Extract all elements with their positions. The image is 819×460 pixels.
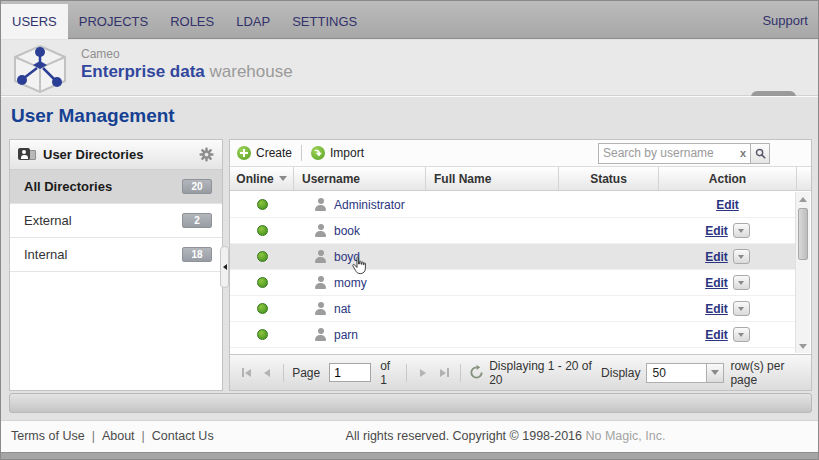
table-row[interactable]: Administrator Edit <box>230 192 796 218</box>
username-link[interactable]: book <box>334 224 360 238</box>
row-actions-menu-button[interactable] <box>733 249 750 264</box>
last-page-button[interactable] <box>436 364 452 382</box>
online-status-dot <box>257 303 268 314</box>
username-link[interactable]: boyd <box>334 250 360 264</box>
refresh-icon <box>469 365 484 380</box>
users-table-panel: Create Import x <box>229 139 812 391</box>
username-link[interactable]: parn <box>334 328 358 342</box>
user-icon <box>314 198 327 211</box>
sidebar-item-external[interactable]: External 2 <box>10 204 222 238</box>
column-header-username[interactable]: Username <box>294 167 426 190</box>
gear-icon[interactable] <box>199 147 214 162</box>
sort-menu-icon <box>279 176 287 181</box>
import-button-label: Import <box>330 146 364 160</box>
page-label: Page <box>292 366 320 380</box>
edit-link[interactable]: Edit <box>705 276 728 290</box>
import-button[interactable]: Import <box>311 146 364 160</box>
row-actions-menu-button[interactable] <box>733 223 750 238</box>
column-header-action[interactable]: Action <box>659 167 797 190</box>
terms-of-use-link[interactable]: Terms of Use <box>11 429 85 443</box>
tab-users[interactable]: USERS <box>1 4 68 39</box>
scroll-down-button[interactable] <box>796 339 810 353</box>
username-search-input[interactable] <box>599 146 736 160</box>
app-window: USERS PROJECTS ROLES LDAP SETTINGS Suppo… <box>0 0 819 460</box>
edit-link[interactable]: Edit <box>716 198 739 212</box>
user-directories-header: User Directories <box>10 140 222 170</box>
username-link[interactable]: momy <box>334 276 367 290</box>
create-button-label: Create <box>256 146 292 160</box>
chevron-down-icon <box>738 307 744 311</box>
username-link[interactable]: nat <box>334 302 351 316</box>
user-icon <box>314 224 327 237</box>
submit-search-button[interactable] <box>750 144 769 163</box>
user-icon <box>314 302 327 315</box>
contact-us-link[interactable]: Contact Us <box>152 429 214 443</box>
chevron-down-icon <box>738 281 744 285</box>
sidebar-item-internal[interactable]: Internal 18 <box>10 238 222 272</box>
chevron-down-icon <box>738 333 744 337</box>
online-status-dot <box>257 199 268 210</box>
edit-link[interactable]: Edit <box>705 224 728 238</box>
count-badge: 2 <box>182 213 212 228</box>
table-row[interactable]: parn Edit <box>230 322 796 348</box>
column-header-online[interactable]: Online <box>230 167 294 190</box>
rows-per-page-value: 50 <box>647 364 706 382</box>
table-body: Administrator Edit book Edit boyd Edit <box>230 192 796 348</box>
display-label: Display <box>601 366 640 380</box>
online-status-dot <box>257 251 268 262</box>
row-actions-menu-button[interactable] <box>733 275 750 290</box>
edit-link[interactable]: Edit <box>705 328 728 342</box>
user-icon <box>314 276 327 289</box>
row-actions-menu-button[interactable] <box>733 327 750 342</box>
brand-bar: Cameo Enterprise data warehouse <box>1 40 818 96</box>
table-row[interactable]: boyd Edit <box>230 244 796 270</box>
page-number-input[interactable] <box>329 363 371 382</box>
tab-projects[interactable]: PROJECTS <box>68 4 159 39</box>
first-page-button[interactable] <box>238 364 254 382</box>
refresh-button[interactable] <box>469 365 484 380</box>
create-button[interactable]: Create <box>237 146 292 160</box>
chevron-down-icon <box>711 370 719 375</box>
support-link[interactable]: Support <box>762 1 808 39</box>
clear-search-icon[interactable]: x <box>736 147 750 159</box>
bottom-panel-bar[interactable] <box>9 393 812 413</box>
table-row[interactable]: nat Edit <box>230 296 796 322</box>
collapse-left-icon <box>223 264 227 270</box>
brand-wordmark: Cameo Enterprise data warehouse <box>81 48 293 81</box>
sidebar-item-all-directories[interactable]: All Directories 20 <box>10 170 222 204</box>
column-header-fullname[interactable]: Full Name <box>426 167 559 190</box>
cameo-logo-icon <box>9 44 71 94</box>
tab-settings[interactable]: SETTINGS <box>281 4 368 39</box>
chevron-down-icon <box>738 255 744 259</box>
tab-ldap[interactable]: LDAP <box>225 4 281 39</box>
about-link[interactable]: About <box>102 429 135 443</box>
table-toolbar: Create Import x <box>230 140 811 167</box>
prev-page-button[interactable] <box>259 364 275 382</box>
select-arrow-button[interactable] <box>706 364 723 382</box>
edit-link[interactable]: Edit <box>705 302 728 316</box>
tab-roles[interactable]: ROLES <box>159 4 225 39</box>
rows-per-page-select[interactable]: 50 <box>646 363 724 383</box>
online-status-dot <box>257 329 268 340</box>
row-actions-menu-button[interactable] <box>733 301 750 316</box>
table-row[interactable]: book Edit <box>230 218 796 244</box>
next-page-button[interactable] <box>415 364 431 382</box>
import-arrow-icon <box>311 146 325 160</box>
user-icon <box>314 328 327 341</box>
create-plus-icon <box>237 146 251 160</box>
username-link[interactable]: Administrator <box>334 198 405 212</box>
table-row[interactable]: momy Edit <box>230 270 796 296</box>
first-page-icon <box>245 369 251 377</box>
online-status-dot <box>257 225 268 236</box>
edit-link[interactable]: Edit <box>705 250 728 264</box>
top-nav: USERS PROJECTS ROLES LDAP SETTINGS Suppo… <box>1 1 818 39</box>
scroll-up-button[interactable] <box>796 192 810 206</box>
copyright-text: All rights reserved. Copyright © 1998-20… <box>191 429 819 443</box>
column-header-status[interactable]: Status <box>559 167 659 190</box>
vertical-scrollbar[interactable] <box>795 192 810 353</box>
online-status-dot <box>257 277 268 288</box>
company-name: No Magic, Inc. <box>586 429 666 443</box>
sidebar-item-label: All Directories <box>24 179 112 194</box>
scrollbar-thumb[interactable] <box>798 208 808 260</box>
panel-collapse-handle[interactable] <box>220 246 229 288</box>
